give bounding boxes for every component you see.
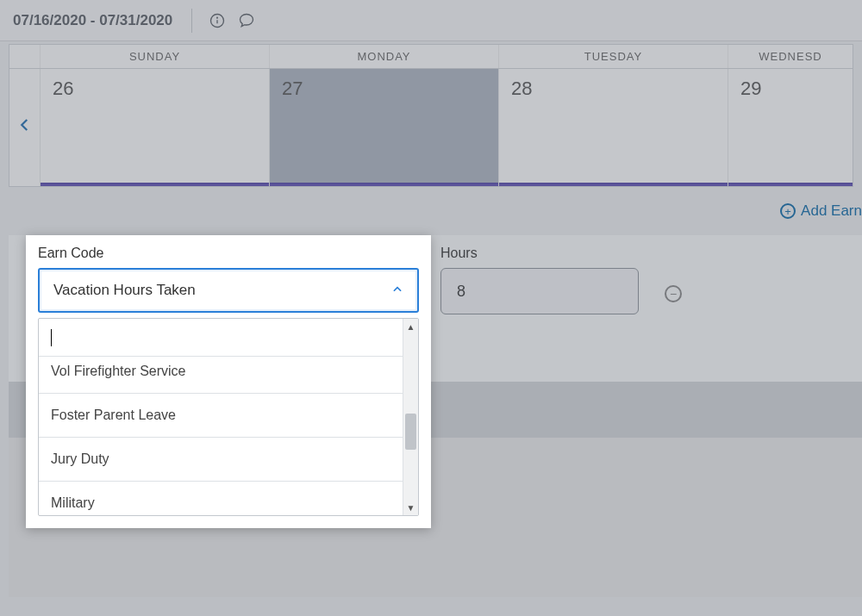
comment-icon[interactable] xyxy=(237,11,256,30)
remove-entry-button[interactable]: − xyxy=(665,285,682,302)
earn-code-search-input[interactable] xyxy=(39,319,403,357)
calendar-cell-29[interactable]: 29 xyxy=(728,69,853,186)
text-cursor xyxy=(51,329,52,346)
scroll-up-icon[interactable]: ▲ xyxy=(403,319,418,334)
add-earn-label: Add Earn xyxy=(801,202,862,220)
day-number: 28 xyxy=(511,78,715,100)
earn-code-select[interactable]: Vacation Hours Taken xyxy=(38,268,419,313)
calendar-cell-28[interactable]: 28 xyxy=(499,69,728,186)
earn-code-option[interactable]: Jury Duty xyxy=(39,438,403,482)
previous-week-button[interactable] xyxy=(17,114,33,141)
earn-code-dropdown-card: Earn Code Vacation Hours Taken Vol Firef… xyxy=(26,235,431,528)
calendar-cell-26[interactable]: 26 xyxy=(41,69,270,186)
day-number: 27 xyxy=(282,78,486,100)
chevron-up-icon xyxy=(391,283,403,298)
add-earn-button[interactable]: + Add Earn xyxy=(780,202,862,220)
date-range[interactable]: 07/16/2020 - 07/31/2020 xyxy=(13,12,172,29)
earn-code-option[interactable]: Foster Parent Leave xyxy=(39,394,403,438)
earn-code-option[interactable]: Vol Firefighter Service xyxy=(39,357,403,394)
day-number: 26 xyxy=(53,78,257,100)
hours-value: 8 xyxy=(457,283,465,301)
day-underline xyxy=(499,183,728,186)
scrollbar[interactable]: ▲ ▼ xyxy=(403,319,418,515)
divider xyxy=(191,9,192,33)
earn-code-option-list: Vol Firefighter Service Foster Parent Le… xyxy=(38,318,419,516)
day-header-tuesday: TUESDAY xyxy=(499,45,728,68)
day-number: 29 xyxy=(740,78,840,100)
day-header-wednesday: WEDNESD xyxy=(728,45,853,68)
day-underline xyxy=(41,183,269,186)
day-header-sunday: SUNDAY xyxy=(41,45,270,68)
scroll-thumb[interactable] xyxy=(405,414,416,450)
calendar-day-headers: SUNDAY MONDAY TUESDAY WEDNESD xyxy=(9,44,853,68)
scroll-down-icon[interactable]: ▼ xyxy=(403,500,418,515)
earn-code-option[interactable]: Military xyxy=(39,482,403,516)
day-underline xyxy=(270,183,498,186)
hours-input[interactable]: 8 xyxy=(440,268,639,314)
info-icon[interactable] xyxy=(208,11,227,30)
svg-point-2 xyxy=(217,17,218,18)
hours-label: Hours xyxy=(440,246,639,261)
earn-code-selected-value: Vacation Hours Taken xyxy=(53,282,196,299)
earn-code-label: Earn Code xyxy=(38,246,419,261)
day-underline xyxy=(728,183,853,186)
calendar-cell-27[interactable]: 27 xyxy=(270,69,499,186)
day-header-monday: MONDAY xyxy=(270,45,499,68)
plus-circle-icon: + xyxy=(780,203,796,219)
